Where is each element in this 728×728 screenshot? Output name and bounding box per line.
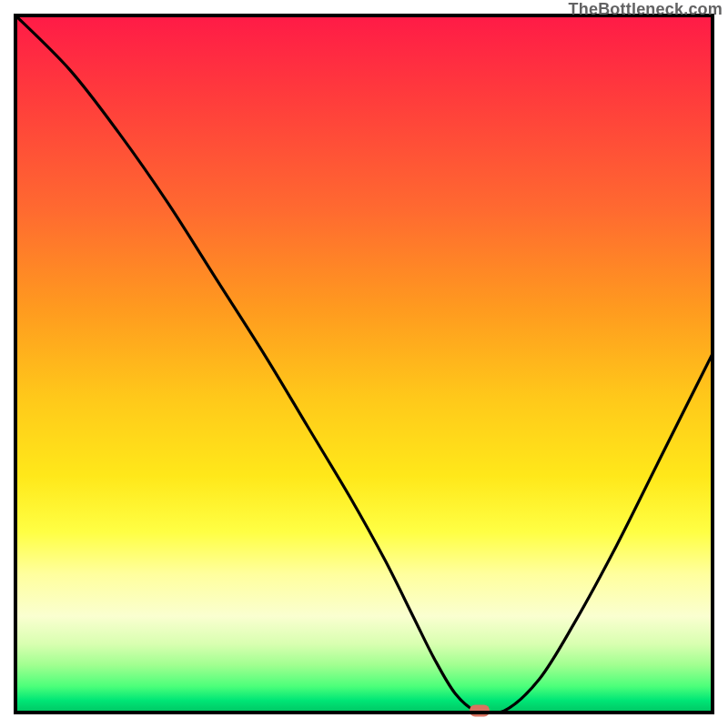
chart-frame: TheBottleneck.com bbox=[0, 0, 728, 728]
severity-gradient-background bbox=[14, 14, 714, 714]
attribution-watermark: TheBottleneck.com bbox=[569, 0, 723, 19]
